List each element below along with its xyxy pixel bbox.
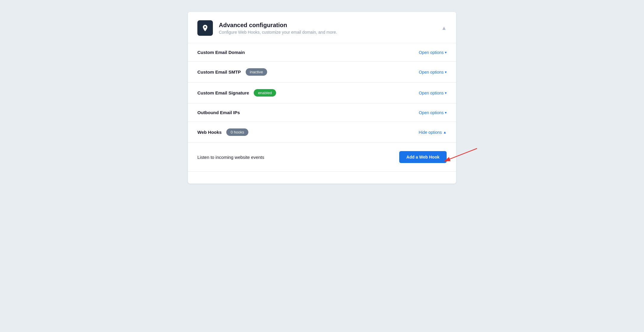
chevron-down-icon-outbound: ▾ [445, 111, 447, 115]
chevron-down-icon: ▾ [445, 50, 447, 55]
section-title-custom-email-signature: Custom Email Signature [197, 90, 249, 95]
hide-options-web-hooks[interactable]: Hide options ▲ [419, 130, 447, 135]
section-outbound-email-ips: Outbound Email IPs Open options ▾ [188, 103, 456, 122]
badge-hooks: 0 hooks [226, 128, 248, 136]
add-webhook-button[interactable]: Add a Web Hook [399, 151, 447, 163]
section-custom-email-smtp: Custom Email SMTP inactive Open options … [188, 62, 456, 83]
open-options-outbound-email-ips[interactable]: Open options ▾ [419, 110, 447, 115]
section-custom-email-domain: Custom Email Domain Open options ▾ [188, 43, 456, 62]
chevron-down-icon-smtp: ▾ [445, 70, 447, 74]
section-title-custom-email-smtp: Custom Email SMTP [197, 69, 241, 75]
card-title: Advanced configuration [219, 22, 337, 29]
advanced-config-icon [197, 20, 213, 36]
card-subtitle: Configure Web Hooks, customize your emai… [219, 30, 337, 35]
section-custom-email-signature: Custom Email Signature enabled Open opti… [188, 83, 456, 103]
badge-inactive: inactive [246, 68, 267, 76]
chevron-down-icon-signature: ▾ [445, 91, 447, 95]
collapse-chevron[interactable]: ▲ [441, 25, 447, 31]
section-title-outbound-email-ips: Outbound Email IPs [197, 110, 240, 115]
open-options-custom-email-domain[interactable]: Open options ▾ [419, 50, 447, 55]
section-web-hooks: Web Hooks 0 hooks Hide options ▲ [188, 122, 456, 143]
bottom-spacer [188, 172, 456, 184]
open-options-custom-email-smtp[interactable]: Open options ▾ [419, 70, 447, 75]
section-title-custom-email-domain: Custom Email Domain [197, 50, 245, 55]
open-options-custom-email-signature[interactable]: Open options ▾ [419, 91, 447, 95]
chevron-up-icon-webhooks: ▲ [443, 130, 447, 134]
section-title-web-hooks: Web Hooks [197, 130, 222, 135]
listen-label: Listen to incoming website events [197, 155, 264, 160]
card-header: Advanced configuration Configure Web Hoo… [188, 12, 456, 43]
badge-enabled: enabled [254, 89, 276, 97]
listen-row: Listen to incoming website events Add a … [188, 143, 456, 172]
